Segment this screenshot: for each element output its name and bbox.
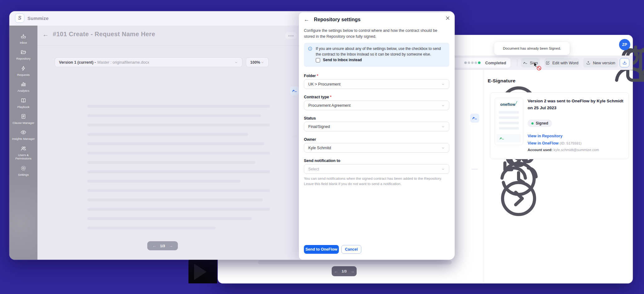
esignature-tab-active[interactable] [290,86,299,95]
next-page-arrow[interactable]: → [350,269,354,274]
history-icon[interactable] [292,124,297,130]
page-navigation: ← 1/3 → [332,266,357,276]
chevron-down-icon [441,167,445,171]
check-circle-icon[interactable] [472,93,478,99]
sidebar-item-users-permissions[interactable]: Users & Permissions [10,145,37,160]
back-arrow-icon[interactable]: ← [42,31,49,38]
chevron-down-icon [441,104,445,107]
avatar[interactable]: ZP [619,39,630,50]
oneflow-flourish-icon [515,101,518,104]
sidebar-item-clause-manager[interactable]: Clause Manager [10,113,37,125]
cancel-button[interactable]: Cancel [341,245,361,254]
document-skeleton [87,105,270,236]
signature-icon [292,88,297,94]
folder-select[interactable]: UK > Procurement [304,79,449,89]
notification-helper-text: You can send notifications when the sign… [304,176,448,187]
users-icon[interactable] [472,141,478,147]
thumb-signature-row [497,134,521,142]
background-media-fragment [188,258,217,283]
send-to-inbox-checkbox[interactable] [316,58,320,62]
account-email: kyle.schmidt@summize.com [553,148,599,152]
users-icon[interactable] [292,111,297,117]
page-navigation: ← 1/3 → [147,241,178,250]
back-arrow-icon[interactable]: ← [304,17,309,23]
info-icon[interactable] [472,81,478,86]
sidebar-item-inbox[interactable]: Inbox [10,33,37,44]
download-icon [622,60,627,65]
sidebar-item-repository[interactable]: Repository [10,49,37,60]
inbox-icon [20,33,27,39]
signed-tooltip: Document has already been Signed. [494,42,570,55]
page-indicator: 1/3 [342,269,347,273]
sidebar: Inbox Repository Requests Analytics Play… [9,26,37,260]
repository-settings-modal: ← Repository settings Configure the sett… [299,12,455,260]
banner-text: If you are unsure about any of the setti… [316,46,445,57]
signature-icon [499,136,505,141]
view-in-repository-link[interactable]: View in Repository [528,134,563,138]
thumb-skeleton-line [499,111,519,114]
contract-type-select[interactable]: Procurement Agreement [304,100,449,110]
signature-icon [523,61,528,65]
bolt-icon [20,65,27,71]
person-icon[interactable] [583,41,590,47]
rail-divider [471,169,478,169]
document-icon [20,113,27,120]
comments-icon[interactable] [472,105,478,111]
esignature-tab-active[interactable] [470,114,479,123]
status-label: Completed [485,61,506,65]
sidebar-item-analytics[interactable]: Analytics [10,81,37,92]
eye-icon [20,129,27,135]
owner-select[interactable]: Kyle Schmitd [304,143,449,153]
horizontal-scrollbar[interactable] [258,260,452,264]
send-notification-select[interactable]: Select [304,164,449,174]
green-dot-icon [531,122,534,125]
chevron-down-icon [441,146,445,150]
chevron-down-icon [261,61,264,64]
chevron-right-circle-icon[interactable] [472,175,478,181]
owner-label: Owner [304,137,316,142]
next-page-arrow[interactable]: → [169,243,173,248]
sidebar-item-insights-manager[interactable]: Insights Manager [10,129,37,140]
prev-page-arrow[interactable]: ← [334,269,338,274]
comments-icon[interactable] [292,79,297,84]
history-icon[interactable] [472,156,478,162]
no-entry-icon [536,66,542,71]
view-in-oneflow-link[interactable]: View in OneFlow [528,141,559,145]
paperclip-icon[interactable] [472,128,478,134]
download-button[interactable] [620,58,629,67]
esignature-card: oneflow Version 2 was sent to OneFlow by… [490,92,629,159]
page-title: #101 Create - Request Name Here [53,31,155,38]
version-label: Version 1 (current) - [59,60,96,65]
zoom-select[interactable]: 100% [246,57,269,67]
chevron-down-icon [234,61,238,64]
status-dropdown[interactable]: Completed [449,58,510,68]
new-version-button[interactable]: New version [583,58,618,67]
version-filename: Master : originalfilename.docx [97,60,149,65]
rail-divider [292,137,298,137]
sidebar-item-requests[interactable]: Requests [10,65,37,76]
gear-icon [20,165,27,171]
thumb-skeleton-line [499,122,519,124]
more-options-button[interactable]: ••• [285,32,297,39]
send-to-oneflow-button[interactable]: Send to OneFlow [304,245,339,254]
paperclip-icon[interactable] [292,99,297,104]
sidebar-decoration [9,172,37,260]
folder-icon [20,49,27,55]
status-select[interactable]: Final/Signed [304,122,449,131]
prev-page-arrow[interactable]: ← [152,243,156,248]
contract-type-label: Contract type* [304,95,331,99]
calendar-icon[interactable] [597,41,603,47]
version-select[interactable]: Version 1 (current) -Master : originalfi… [55,57,242,67]
info-banner: If you are unsure about any of the setti… [304,43,449,67]
oneflow-id: (ID: 5175591) [560,141,582,145]
info-icon[interactable] [292,56,297,62]
chat-icon[interactable] [609,41,616,47]
close-icon[interactable] [445,15,451,21]
chevron-right-circle-icon[interactable] [292,145,297,151]
check-circle-icon[interactable] [292,67,297,73]
edit-with-word-button[interactable]: Edit with Word [544,58,579,67]
book-icon [20,97,27,104]
sidebar-item-playbook[interactable]: Playbook [10,97,37,109]
account-used: Account used: kyle.schmidt@summize.com [528,148,599,152]
users-icon [20,145,27,152]
